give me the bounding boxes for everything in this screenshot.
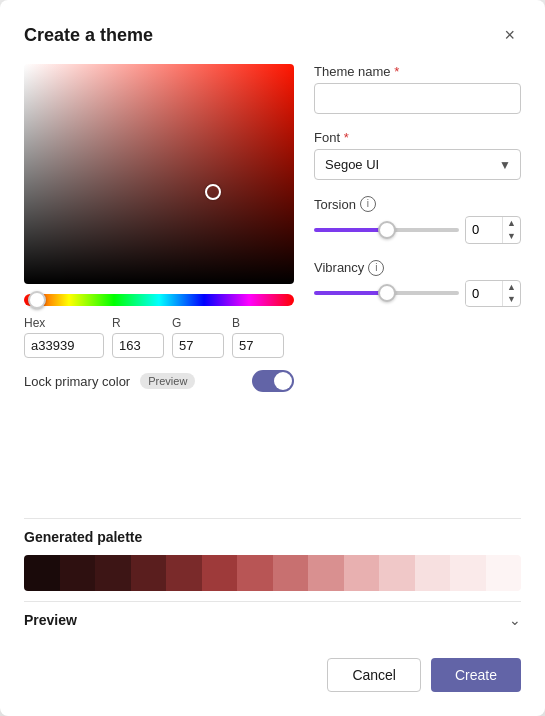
- theme-name-input[interactable]: [314, 83, 521, 114]
- g-input[interactable]: 57: [172, 333, 224, 358]
- close-button[interactable]: ×: [498, 24, 521, 46]
- preview-section: Preview ⌄: [24, 601, 521, 638]
- b-field-group: B 57: [232, 316, 284, 358]
- g-label: G: [172, 316, 224, 330]
- font-select-wrap: Segoe UI Arial Calibri Verdana ▼: [314, 149, 521, 180]
- font-required-star: *: [344, 130, 349, 145]
- vibrancy-spinner: ▲ ▼: [465, 280, 521, 308]
- palette-swatch[interactable]: [24, 555, 60, 591]
- palette-swatch[interactable]: [415, 555, 451, 591]
- divider-1: [24, 518, 521, 519]
- hex-input[interactable]: a33939: [24, 333, 104, 358]
- cancel-button[interactable]: Cancel: [327, 658, 421, 692]
- vibrancy-up-button[interactable]: ▲: [503, 281, 520, 294]
- b-input[interactable]: 57: [232, 333, 284, 358]
- vibrancy-info-icon: i: [368, 260, 384, 276]
- palette-swatch[interactable]: [308, 555, 344, 591]
- preview-badge: Preview: [140, 373, 195, 389]
- main-content: Hex a33939 R 163 G 57 B 57 Lock prima: [24, 64, 521, 508]
- r-input[interactable]: 163: [112, 333, 164, 358]
- palette-swatch[interactable]: [237, 555, 273, 591]
- color-canvas[interactable]: [24, 64, 294, 284]
- torsion-spinner: ▲ ▼: [465, 216, 521, 244]
- hue-slider[interactable]: [24, 294, 294, 306]
- palette-swatch[interactable]: [273, 555, 309, 591]
- palette-swatch[interactable]: [379, 555, 415, 591]
- torsion-value-input[interactable]: [466, 218, 502, 241]
- theme-name-label: Theme name *: [314, 64, 521, 79]
- torsion-spinner-btns: ▲ ▼: [502, 217, 520, 243]
- vibrancy-down-button[interactable]: ▼: [503, 293, 520, 306]
- vibrancy-slider-row: ▲ ▼: [314, 280, 521, 308]
- palette-title: Generated palette: [24, 529, 521, 545]
- theme-name-field: Theme name *: [314, 64, 521, 114]
- palette-swatch[interactable]: [131, 555, 167, 591]
- torsion-slider-row: ▲ ▼: [314, 216, 521, 244]
- font-label: Font *: [314, 130, 521, 145]
- toggle-switch[interactable]: [252, 370, 294, 392]
- palette-swatch[interactable]: [166, 555, 202, 591]
- torsion-slider[interactable]: [314, 228, 459, 232]
- dialog-footer: Cancel Create: [24, 638, 521, 692]
- torsion-down-button[interactable]: ▼: [503, 230, 520, 243]
- hex-field-group: Hex a33939: [24, 316, 104, 358]
- palette-swatch[interactable]: [450, 555, 486, 591]
- hex-label: Hex: [24, 316, 104, 330]
- palette-swatch[interactable]: [486, 555, 522, 591]
- vibrancy-label: Vibrancy: [314, 260, 364, 275]
- font-field: Font * Segoe UI Arial Calibri Verdana ▼: [314, 130, 521, 180]
- preview-chevron-icon: ⌄: [509, 612, 521, 628]
- g-field-group: G 57: [172, 316, 224, 358]
- dialog-title: Create a theme: [24, 25, 153, 46]
- create-button[interactable]: Create: [431, 658, 521, 692]
- dialog-header: Create a theme ×: [24, 24, 521, 46]
- r-field-group: R 163: [112, 316, 164, 358]
- create-theme-dialog: Create a theme × Hex a33939 R 163: [0, 0, 545, 716]
- palette-section: Generated palette: [24, 529, 521, 591]
- vibrancy-section: Vibrancy i ▲ ▼: [314, 260, 521, 308]
- torsion-label-row: Torsion i: [314, 196, 521, 212]
- preview-section-label: Preview: [24, 612, 77, 628]
- right-panel: Theme name * Font * Segoe UI Arial Calib…: [314, 64, 521, 508]
- preview-header[interactable]: Preview ⌄: [24, 601, 521, 638]
- font-select[interactable]: Segoe UI Arial Calibri Verdana: [314, 149, 521, 180]
- vibrancy-value-input[interactable]: [466, 282, 502, 305]
- torsion-info-icon: i: [360, 196, 376, 212]
- r-label: R: [112, 316, 164, 330]
- torsion-up-button[interactable]: ▲: [503, 217, 520, 230]
- torsion-section: Torsion i ▲ ▼: [314, 196, 521, 244]
- toggle-slider: [252, 370, 294, 392]
- palette-swatch[interactable]: [95, 555, 131, 591]
- lock-primary-label: Lock primary color: [24, 374, 130, 389]
- hex-rgb-row: Hex a33939 R 163 G 57 B 57: [24, 316, 294, 358]
- vibrancy-slider-wrap: [314, 291, 459, 295]
- palette-swatches: [24, 555, 521, 591]
- torsion-slider-wrap: [314, 228, 459, 232]
- palette-swatch[interactable]: [344, 555, 380, 591]
- lock-primary-row: Lock primary color Preview: [24, 370, 294, 392]
- vibrancy-label-row: Vibrancy i: [314, 260, 521, 276]
- required-star: *: [394, 64, 399, 79]
- palette-swatch[interactable]: [60, 555, 96, 591]
- left-panel: Hex a33939 R 163 G 57 B 57 Lock prima: [24, 64, 294, 508]
- torsion-label: Torsion: [314, 197, 356, 212]
- vibrancy-spinner-btns: ▲ ▼: [502, 281, 520, 307]
- b-label: B: [232, 316, 284, 330]
- palette-swatch[interactable]: [202, 555, 238, 591]
- vibrancy-slider[interactable]: [314, 291, 459, 295]
